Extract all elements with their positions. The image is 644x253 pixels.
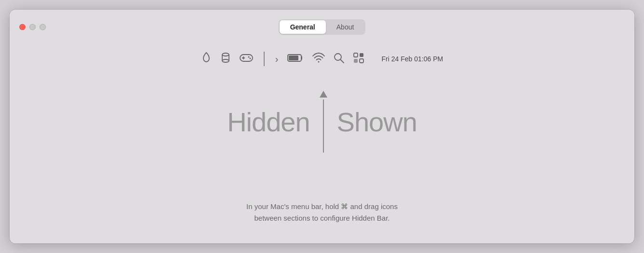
hidden-shown-labels: Hidden Shown	[227, 91, 417, 153]
app-window: General About	[10, 10, 634, 243]
vertical-divider	[323, 99, 324, 153]
tab-about[interactable]: About	[326, 20, 365, 34]
divider-with-arrow	[320, 91, 327, 153]
label-shown: Shown	[337, 106, 417, 138]
controlcenter-icon	[353, 52, 364, 66]
titlebar: General About	[10, 10, 634, 44]
menubar-separator	[264, 52, 265, 66]
traffic-lights	[19, 24, 46, 30]
flame-icon	[201, 52, 212, 66]
cylinder-icon	[220, 52, 231, 66]
close-button[interactable]	[19, 24, 26, 30]
svg-line-13	[340, 59, 344, 63]
battery-icon	[287, 54, 304, 64]
svg-point-11	[318, 61, 319, 63]
tab-bar: General About	[279, 19, 366, 35]
instruction-text: In your Mac's menu bar, hold ⌘ and drag …	[10, 201, 634, 224]
svg-point-8	[249, 58, 251, 59]
svg-point-0	[222, 53, 229, 56]
chevron-right-icon: ›	[275, 54, 279, 64]
instruction-line1: In your Mac's menu bar, hold ⌘ and drag …	[10, 201, 634, 212]
menubar-datetime: Fri 24 Feb 01:06 PM	[382, 55, 443, 63]
svg-point-3	[222, 59, 229, 62]
menubar-preview: ›	[10, 44, 634, 73]
instruction-line2: between sections to configure Hidden Bar…	[10, 212, 634, 224]
wifi-icon	[312, 53, 325, 65]
svg-rect-10	[289, 56, 298, 60]
arrow-up-icon	[320, 91, 327, 98]
svg-rect-14	[354, 53, 358, 57]
svg-rect-17	[360, 59, 363, 63]
maximize-button[interactable]	[40, 24, 46, 30]
minimize-button[interactable]	[29, 24, 36, 30]
hidden-shown-section: Hidden Shown	[10, 73, 634, 170]
svg-point-7	[248, 56, 249, 58]
svg-rect-15	[360, 53, 363, 57]
tab-general[interactable]: General	[280, 20, 326, 34]
search-icon	[334, 53, 344, 65]
menubar-icons-group: ›	[201, 52, 443, 66]
gamepad-icon	[240, 53, 253, 65]
label-hidden: Hidden	[227, 106, 309, 138]
svg-rect-16	[354, 59, 358, 63]
